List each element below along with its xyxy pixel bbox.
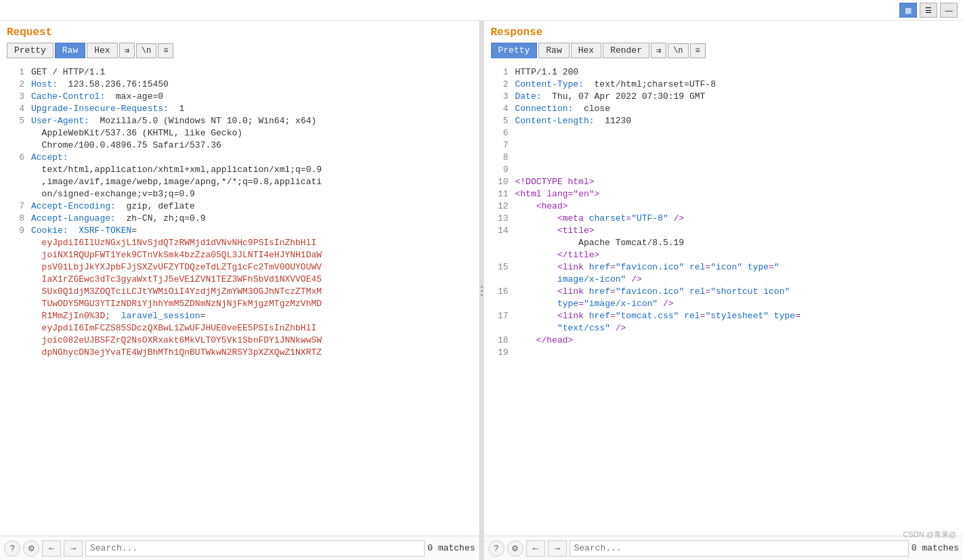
response-pane: Response Pretty Raw Hex Render ⇉ \n ≡ 1 … bbox=[484, 21, 964, 560]
request-line-6c: on/signed-exchange;v=b3;q=0.9 bbox=[0, 188, 479, 200]
request-line-8: 8 Accept-Language: zh-CN, zh;q=0.9 bbox=[0, 213, 479, 225]
response-title: Response bbox=[491, 26, 957, 39]
request-tab-newline[interactable]: \n bbox=[136, 43, 156, 58]
response-line-10: 10 <!DOCTYPE html> bbox=[484, 176, 964, 188]
split-view-btn[interactable]: ▦ bbox=[899, 3, 917, 18]
response-tab-wrap[interactable]: ⇉ bbox=[651, 43, 666, 58]
response-line-7: 7 bbox=[484, 139, 964, 152]
response-line-16b: type="image/x-icon" /> bbox=[484, 298, 964, 310]
response-line-1: 1 HTTP/1.1 200 bbox=[484, 66, 964, 79]
response-tab-raw[interactable]: Raw bbox=[538, 43, 569, 58]
response-line-13: 13 <meta charset="UTF-8" /> bbox=[484, 213, 964, 225]
divider-dots bbox=[481, 286, 483, 296]
response-line-4: 4 Connection: close bbox=[484, 103, 964, 115]
response-tab-pretty[interactable]: Pretty bbox=[491, 43, 538, 58]
request-line-3: 3 Cache-Control: max-age=0 bbox=[0, 91, 479, 103]
request-line-9a: eyJpdiI6IlUzNGxjL1NvSjdQTzRWMjd1dVNvNHc9… bbox=[0, 237, 479, 249]
request-footer: ? ⚙ ← → 0 matches bbox=[0, 536, 479, 560]
response-line-18: 18 </head> bbox=[484, 335, 964, 347]
request-line-9f: TUwODY5MGU3YTIzNDRiYjhhYmM5ZDNmNzNjNjFkM… bbox=[0, 298, 479, 310]
request-line-1: 1 GET / HTTP/1.1 bbox=[0, 66, 479, 79]
response-line-9: 9 bbox=[484, 164, 964, 176]
request-header: Request Pretty Raw Hex ⇉ \n ≡ bbox=[0, 21, 479, 64]
response-line-16: 16 <link href="favicon.ico" rel="shortcu… bbox=[484, 286, 964, 298]
top-toolbar: ▦ ☰ — bbox=[0, 0, 963, 21]
request-line-9h: eyJpdiI6ImFCZS85SDczQXBwL1ZwUFJHUE0veEE5… bbox=[0, 322, 479, 335]
list-view-btn[interactable]: ☰ bbox=[920, 3, 937, 18]
response-tab-newline[interactable]: \n bbox=[668, 43, 688, 58]
request-help-btn[interactable]: ? bbox=[4, 540, 20, 557]
request-line-9b: joiNX1RQUpFWT1Yek9CTnVkSmk4bzZza05QL3JLN… bbox=[0, 249, 479, 261]
request-line-9d: IaX1rZGEwc3dTc3gyaWxtTjJ5eVE1ZVN1TEZ3WFh… bbox=[0, 274, 479, 286]
response-line-19: 19 bbox=[484, 347, 964, 359]
minimize-btn[interactable]: — bbox=[940, 3, 958, 18]
request-line-5b: Chrome/100.0.4896.75 Safari/537.36 bbox=[0, 139, 479, 152]
request-line-4: 4 Upgrade-Insecure-Requests: 1 bbox=[0, 103, 479, 115]
request-title: Request bbox=[7, 26, 473, 39]
request-tab-hex[interactable]: Hex bbox=[87, 43, 117, 58]
request-line-9: 9 Cookie: XSRF-TOKEN= bbox=[0, 225, 479, 237]
response-line-2: 2 Content-Type: text/html;charset=UTF-8 bbox=[484, 79, 964, 91]
response-matches: 0 matches bbox=[912, 543, 959, 553]
request-matches: 0 matches bbox=[427, 543, 475, 553]
response-content: 1 HTTP/1.1 200 2 Content-Type: text/html… bbox=[484, 64, 964, 536]
response-tabs: Pretty Raw Hex Render ⇉ \n ≡ bbox=[491, 43, 957, 58]
response-tab-hex[interactable]: Hex bbox=[571, 43, 601, 58]
request-tabs: Pretty Raw Hex ⇉ \n ≡ bbox=[7, 43, 473, 58]
request-line-5a: AppleWebKit/537.36 (KHTML, like Gecko) bbox=[0, 127, 479, 139]
response-line-5: 5 Content-Length: 11230 bbox=[484, 115, 964, 127]
response-footer: ? ⚙ ← → 0 matches bbox=[484, 536, 964, 560]
request-line-9j: dpNGhycDN3ejYvaTE4WjBhMTh1QnBUTWkwN2RSY3… bbox=[0, 347, 479, 359]
response-line-11: 11 <html lang="en"> bbox=[484, 188, 964, 200]
request-line-7: 7 Accept-Encoding: gzip, deflate bbox=[0, 200, 479, 213]
response-prev-btn[interactable]: ← bbox=[526, 540, 545, 557]
request-tab-menu[interactable]: ≡ bbox=[158, 43, 173, 58]
response-line-14c: </title> bbox=[484, 249, 964, 261]
request-line-6: 6 Accept: bbox=[0, 152, 479, 164]
request-tab-pretty[interactable]: Pretty bbox=[7, 43, 53, 58]
response-line-17: 17 <link href="tomcat.css" rel="styleshe… bbox=[484, 310, 964, 322]
request-line-6b: ,image/avif,image/webp,image/apng,*/*;q=… bbox=[0, 176, 479, 188]
request-line-5: 5 User-Agent: Mozilla/5.0 (Windows NT 10… bbox=[0, 115, 479, 127]
request-settings-btn[interactable]: ⚙ bbox=[23, 540, 39, 557]
request-pane: Request Pretty Raw Hex ⇉ \n ≡ 1 GET / HT… bbox=[0, 21, 480, 560]
response-line-14b: Apache Tomcat/8.5.19 bbox=[484, 237, 964, 249]
response-header: Response Pretty Raw Hex Render ⇉ \n ≡ bbox=[484, 21, 964, 64]
request-content: 1 GET / HTTP/1.1 2 Host: 123.58.236.76:1… bbox=[0, 64, 479, 536]
request-line-9e: SUx0Q1djM3ZOQTciLCJtYWMiOiI4YzdjMjZmYWM3… bbox=[0, 286, 479, 298]
request-next-btn[interactable]: → bbox=[64, 540, 83, 557]
request-tab-wrap[interactable]: ⇉ bbox=[119, 43, 135, 58]
response-search-input[interactable] bbox=[570, 540, 909, 557]
response-line-14: 14 <title> bbox=[484, 225, 964, 237]
request-line-2: 2 Host: 123.58.236.76:15450 bbox=[0, 79, 479, 91]
main-area: Request Pretty Raw Hex ⇉ \n ≡ 1 GET / HT… bbox=[0, 21, 963, 560]
request-search-input[interactable] bbox=[85, 540, 425, 557]
request-tab-raw[interactable]: Raw bbox=[55, 43, 85, 58]
request-line-9i: joic082eUJBSFZrQ2NsOXRxakt6MkVLT0Y5Vk1Sb… bbox=[0, 335, 479, 347]
response-tab-render[interactable]: Render bbox=[603, 43, 649, 58]
response-settings-btn[interactable]: ⚙ bbox=[507, 540, 523, 557]
response-line-12: 12 <head> bbox=[484, 200, 964, 213]
response-line-15b: image/x-icon" /> bbox=[484, 274, 964, 286]
response-line-17b: "text/css" /> bbox=[484, 322, 964, 335]
response-line-3: 3 Date: Thu, 07 Apr 2022 07:30:19 GMT bbox=[484, 91, 964, 103]
request-line-9g: R1MmZjIn0%3D; laravel_session= bbox=[0, 310, 479, 322]
response-line-15: 15 <link href="favicon.ico" rel="icon" t… bbox=[484, 261, 964, 274]
response-line-6: 6 bbox=[484, 127, 964, 139]
request-line-9c: psV01LbjJkYXJpbFJjSXZvUFZYTDQzeTdLZTg1cF… bbox=[0, 261, 479, 274]
response-line-8: 8 bbox=[484, 152, 964, 164]
request-line-6a: text/html,application/xhtml+xml,applicat… bbox=[0, 164, 479, 176]
response-help-btn[interactable]: ? bbox=[488, 540, 505, 557]
request-prev-btn[interactable]: ← bbox=[42, 540, 61, 557]
response-next-btn[interactable]: → bbox=[548, 540, 567, 557]
response-tab-menu[interactable]: ≡ bbox=[690, 43, 706, 58]
watermark: CSDN @青果@ bbox=[903, 530, 956, 540]
